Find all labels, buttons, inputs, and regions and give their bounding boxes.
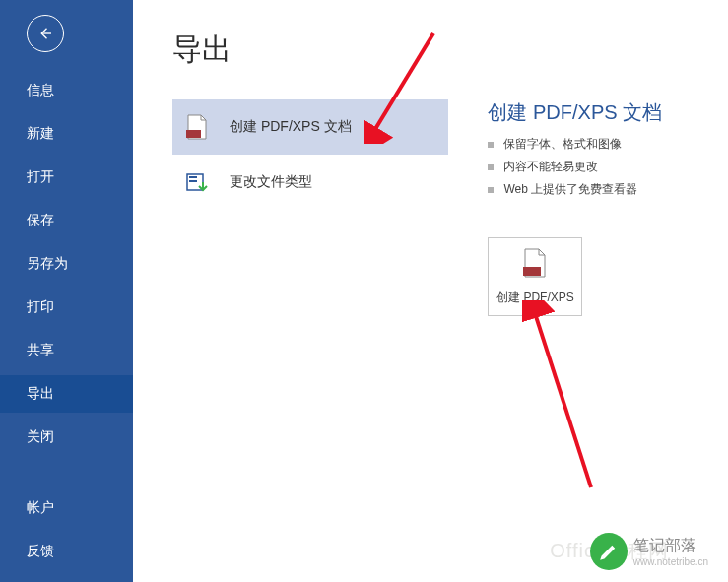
bullet-text: Web 上提供了免费查看器	[503, 181, 637, 198]
main-content: 导出 创建 PDF/XPS 文档更改文件类型 创建 PDF/XPS 文档 保留字…	[133, 0, 728, 582]
sidebar-item-5[interactable]: 打印	[0, 289, 133, 326]
export-options: 创建 PDF/XPS 文档更改文件类型	[172, 99, 448, 210]
svg-rect-0	[186, 130, 201, 138]
pencil-icon	[590, 533, 628, 570]
brand-sub-text: www.notetribe.cn	[633, 556, 708, 567]
bullet-text: 保留字体、格式和图像	[503, 136, 622, 153]
export-option-label: 创建 PDF/XPS 文档	[230, 118, 352, 136]
panel-bullet-1: 内容不能轻易更改	[488, 159, 704, 175]
sidebar-item-8[interactable]: 关闭	[0, 419, 133, 456]
sidebar-item-9[interactable]: 帐户	[0, 489, 133, 527]
back-button[interactable]	[27, 15, 64, 52]
pdf-icon	[184, 114, 210, 140]
sidebar-item-10[interactable]: 反馈	[0, 533, 133, 570]
bullet-icon	[488, 164, 494, 170]
svg-rect-4	[523, 267, 541, 276]
sidebar-item-7[interactable]: 导出	[0, 375, 133, 413]
right-panel: 创建 PDF/XPS 文档 保留字体、格式和图像内容不能轻易更改Web 上提供了…	[488, 99, 704, 316]
panel-bullet-0: 保留字体、格式和图像	[488, 136, 704, 153]
page-title: 导出	[172, 30, 728, 70]
sidebar-item-0[interactable]: 信息	[0, 72, 133, 109]
export-option-label: 更改文件类型	[230, 173, 312, 191]
sidebar-item-3[interactable]: 保存	[0, 202, 133, 239]
svg-rect-3	[189, 180, 197, 182]
filetype-icon	[184, 169, 210, 195]
sidebar-spacer	[0, 462, 133, 489]
sidebar-item-2[interactable]: 打开	[0, 159, 133, 196]
sidebar-item-11[interactable]: 选项	[0, 576, 133, 582]
arrow-left-icon	[36, 25, 54, 42]
bullet-text: 内容不能轻易更改	[503, 159, 598, 175]
sidebar-item-6[interactable]: 共享	[0, 332, 133, 369]
create-button-label: 创建 PDF/XPS	[496, 290, 574, 306]
brand-badge: 笔记部落 www.notetribe.cn	[590, 533, 708, 570]
bullet-icon	[488, 142, 494, 148]
sidebar-item-1[interactable]: 新建	[0, 115, 133, 153]
sidebar-item-4[interactable]: 另存为	[0, 245, 133, 283]
brand-main-text: 笔记部落	[633, 536, 708, 556]
pdf-document-icon	[521, 247, 549, 282]
bullet-icon	[488, 187, 494, 193]
panel-title: 创建 PDF/XPS 文档	[488, 99, 704, 126]
panel-bullet-2: Web 上提供了免费查看器	[488, 181, 704, 198]
export-option-1[interactable]: 更改文件类型	[172, 155, 448, 210]
export-option-0[interactable]: 创建 PDF/XPS 文档	[172, 99, 448, 155]
svg-rect-2	[189, 176, 197, 178]
create-pdf-xps-button[interactable]: 创建 PDF/XPS	[488, 237, 582, 316]
sidebar: 信息新建打开保存另存为打印共享导出关闭帐户反馈选项	[0, 0, 133, 582]
